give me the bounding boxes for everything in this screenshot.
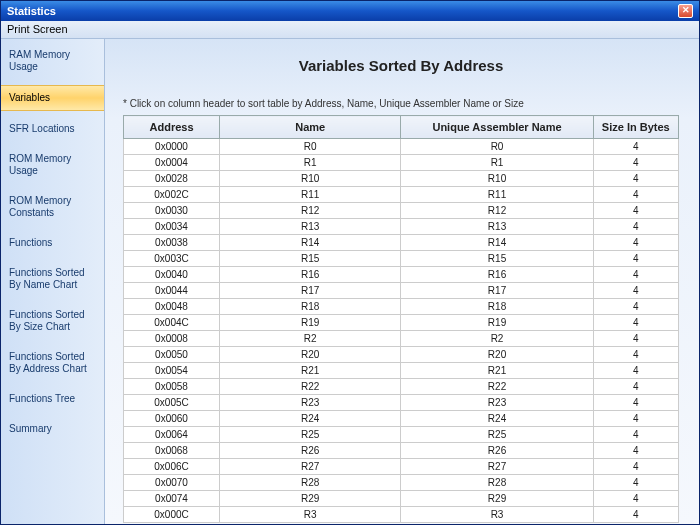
cell-name: R25 [220, 427, 401, 443]
cell-size: 4 [593, 427, 678, 443]
cell-size: 4 [593, 331, 678, 347]
table-row[interactable]: 0x0060R24R244 [124, 411, 679, 427]
table-row[interactable]: 0x0040R16R164 [124, 267, 679, 283]
cell-name: R28 [220, 475, 401, 491]
col-header-uname[interactable]: Unique Assembler Name [401, 116, 593, 139]
cell-size: 4 [593, 395, 678, 411]
cell-uname: R26 [401, 443, 593, 459]
cell-uname: R1 [401, 155, 593, 171]
cell-uname: R11 [401, 187, 593, 203]
cell-uname: R21 [401, 363, 593, 379]
cell-name: R2 [220, 331, 401, 347]
cell-name: R12 [220, 203, 401, 219]
table-row[interactable]: 0x0048R18R184 [124, 299, 679, 315]
cell-name: R14 [220, 235, 401, 251]
cell-uname: R3 [401, 507, 593, 523]
table-row[interactable]: 0x0008R2R24 [124, 331, 679, 347]
sidebar-item-5[interactable]: Functions [1, 231, 104, 255]
cell-address: 0x000C [124, 507, 220, 523]
table-row[interactable]: 0x0044R17R174 [124, 283, 679, 299]
sidebar-item-9[interactable]: Functions Tree [1, 387, 104, 411]
table-row[interactable]: 0x0030R12R124 [124, 203, 679, 219]
cell-uname: R22 [401, 379, 593, 395]
sidebar-item-10[interactable]: Summary [1, 417, 104, 441]
cell-address: 0x0038 [124, 235, 220, 251]
cell-name: R29 [220, 491, 401, 507]
cell-address: 0x0054 [124, 363, 220, 379]
table-row[interactable]: 0x0064R25R254 [124, 427, 679, 443]
cell-name: R17 [220, 283, 401, 299]
sidebar-item-1[interactable]: Variables [1, 85, 104, 111]
cell-size: 4 [593, 171, 678, 187]
cell-name: R13 [220, 219, 401, 235]
cell-size: 4 [593, 363, 678, 379]
menu-print-screen[interactable]: Print Screen [7, 23, 68, 35]
sidebar-item-3[interactable]: ROM Memory Usage [1, 147, 104, 183]
sidebar-item-2[interactable]: SFR Locations [1, 117, 104, 141]
table-row[interactable]: 0x000CR3R34 [124, 507, 679, 523]
table-row[interactable]: 0x0058R22R224 [124, 379, 679, 395]
table-row[interactable]: 0x004CR19R194 [124, 315, 679, 331]
cell-name: R26 [220, 443, 401, 459]
cell-size: 4 [593, 347, 678, 363]
sidebar-item-8[interactable]: Functions Sorted By Address Chart [1, 345, 104, 381]
sidebar-item-7[interactable]: Functions Sorted By Size Chart [1, 303, 104, 339]
cell-address: 0x0060 [124, 411, 220, 427]
titlebar: Statistics ✕ [1, 1, 699, 21]
cell-name: R0 [220, 139, 401, 155]
variables-table: Address Name Unique Assembler Name Size … [123, 115, 679, 523]
cell-address: 0x0074 [124, 491, 220, 507]
table-row[interactable]: 0x005CR23R234 [124, 395, 679, 411]
table-row[interactable]: 0x006CR27R274 [124, 459, 679, 475]
table-row[interactable]: 0x0050R20R204 [124, 347, 679, 363]
col-header-size[interactable]: Size In Bytes [593, 116, 678, 139]
sidebar: RAM Memory UsageVariablesSFR LocationsRO… [1, 39, 105, 524]
cell-name: R22 [220, 379, 401, 395]
cell-name: R10 [220, 171, 401, 187]
cell-size: 4 [593, 443, 678, 459]
table-row[interactable]: 0x0074R29R294 [124, 491, 679, 507]
table-row[interactable]: 0x0000R0R04 [124, 139, 679, 155]
cell-address: 0x0070 [124, 475, 220, 491]
cell-uname: R29 [401, 491, 593, 507]
main-panel[interactable]: Variables Sorted By Address * Click on c… [105, 39, 699, 524]
cell-size: 4 [593, 283, 678, 299]
cell-name: R21 [220, 363, 401, 379]
cell-name: R1 [220, 155, 401, 171]
table-row[interactable]: 0x0070R28R284 [124, 475, 679, 491]
cell-address: 0x0004 [124, 155, 220, 171]
cell-uname: R17 [401, 283, 593, 299]
close-button[interactable]: ✕ [678, 4, 693, 18]
table-row[interactable]: 0x0038R14R144 [124, 235, 679, 251]
cell-name: R27 [220, 459, 401, 475]
cell-uname: R10 [401, 171, 593, 187]
cell-name: R16 [220, 267, 401, 283]
menubar: Print Screen [1, 21, 699, 39]
cell-name: R11 [220, 187, 401, 203]
table-row[interactable]: 0x003CR15R154 [124, 251, 679, 267]
sidebar-item-0[interactable]: RAM Memory Usage [1, 43, 104, 79]
cell-size: 4 [593, 379, 678, 395]
cell-uname: R2 [401, 331, 593, 347]
window-title: Statistics [7, 5, 56, 17]
cell-address: 0x0034 [124, 219, 220, 235]
table-body: 0x0000R0R040x0004R1R140x0028R10R1040x002… [124, 139, 679, 523]
cell-size: 4 [593, 491, 678, 507]
table-row[interactable]: 0x0034R13R134 [124, 219, 679, 235]
col-header-name[interactable]: Name [220, 116, 401, 139]
table-row[interactable]: 0x0054R21R214 [124, 363, 679, 379]
cell-address: 0x0058 [124, 379, 220, 395]
cell-uname: R18 [401, 299, 593, 315]
table-row[interactable]: 0x0004R1R14 [124, 155, 679, 171]
sidebar-item-6[interactable]: Functions Sorted By Name Chart [1, 261, 104, 297]
cell-name: R24 [220, 411, 401, 427]
sidebar-item-4[interactable]: ROM Memory Constants [1, 189, 104, 225]
col-header-address[interactable]: Address [124, 116, 220, 139]
table-row[interactable]: 0x0068R26R264 [124, 443, 679, 459]
cell-size: 4 [593, 475, 678, 491]
table-row[interactable]: 0x002CR11R114 [124, 187, 679, 203]
cell-address: 0x0000 [124, 139, 220, 155]
table-row[interactable]: 0x0028R10R104 [124, 171, 679, 187]
cell-name: R15 [220, 251, 401, 267]
cell-address: 0x0040 [124, 267, 220, 283]
